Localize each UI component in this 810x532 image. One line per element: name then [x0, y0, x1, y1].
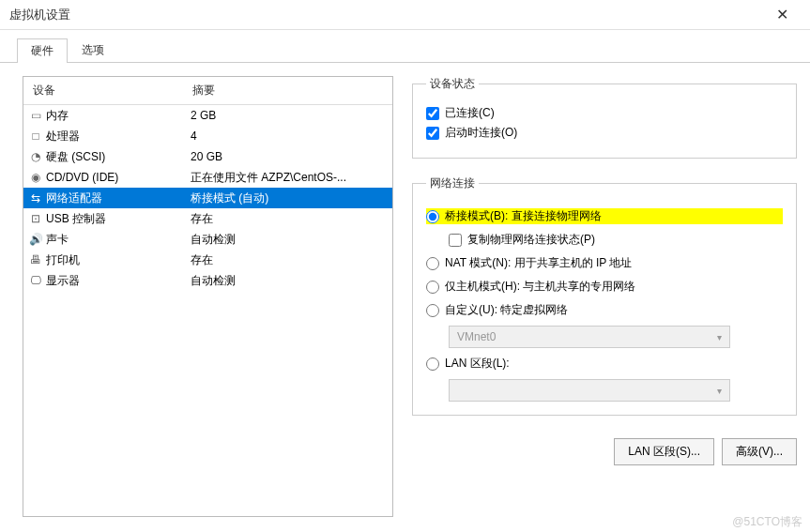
tab-options[interactable]: 选项 — [68, 38, 118, 62]
window-title: 虚拟机设置 — [9, 7, 763, 23]
button-row: LAN 区段(S)... 高级(V)... — [412, 438, 797, 465]
list-item[interactable]: □ 处理器 4 — [23, 126, 392, 146]
close-icon[interactable]: ✕ — [763, 1, 801, 29]
display-icon: 🖵 — [23, 274, 42, 287]
connected-checkbox-row[interactable]: 已连接(C) — [426, 105, 783, 121]
device-list-panel: 设备 摘要 ▭ 内存 2 GB □ 处理器 4 ◔ 硬盘 (SCSI) 20 G… — [23, 76, 393, 517]
device-status-legend: 设备状态 — [426, 76, 479, 92]
hostonly-radio[interactable] — [426, 281, 439, 294]
list-item[interactable]: 🖵 显示器 自动检测 — [23, 270, 392, 291]
network-legend: 网络连接 — [426, 175, 479, 191]
chevron-down-icon: ▾ — [717, 386, 722, 396]
watermark: @51CTO博客 — [732, 514, 802, 530]
connect-poweron-checkbox-row[interactable]: 启动时连接(O) — [426, 125, 783, 141]
list-item[interactable]: ⊡ USB 控制器 存在 — [23, 208, 392, 229]
connect-poweron-checkbox[interactable] — [426, 127, 439, 140]
tab-bar: 硬件 选项 — [0, 30, 810, 63]
list-item[interactable]: 🖶 打印机 存在 — [23, 250, 392, 270]
list-item[interactable]: ⇆ 网络适配器 桥接模式 (自动) — [23, 188, 392, 208]
cd-icon: ◉ — [23, 171, 42, 184]
lansegment-radio-row[interactable]: LAN 区段(L): — [426, 356, 783, 372]
hostonly-radio-row[interactable]: 仅主机模式(H): 与主机共享的专用网络 — [426, 279, 783, 295]
printer-icon: 🖶 — [23, 253, 42, 266]
chevron-down-icon: ▾ — [717, 332, 722, 342]
lan-segments-button[interactable]: LAN 区段(S)... — [614, 438, 714, 465]
content-area: 设备 摘要 ▭ 内存 2 GB □ 处理器 4 ◔ 硬盘 (SCSI) 20 G… — [0, 63, 810, 526]
custom-network-select: VMnet0 ▾ — [449, 326, 730, 348]
nat-radio-row[interactable]: NAT 模式(N): 用于共享主机的 IP 地址 — [426, 255, 783, 271]
titlebar: 虚拟机设置 ✕ — [0, 0, 810, 30]
bridged-radio[interactable] — [426, 210, 439, 223]
network-icon: ⇆ — [23, 191, 42, 205]
lan-segment-select: ▾ — [449, 379, 730, 402]
custom-radio[interactable] — [426, 304, 439, 317]
usb-icon: ⊡ — [23, 212, 42, 225]
list-item[interactable]: ◉ CD/DVD (IDE) 正在使用文件 AZPZ\CentOS-... — [23, 167, 392, 188]
device-status-group: 设备状态 已连接(C) 启动时连接(O) — [412, 76, 797, 159]
device-list: ▭ 内存 2 GB □ 处理器 4 ◔ 硬盘 (SCSI) 20 GB ◉ CD… — [23, 105, 392, 291]
custom-radio-row[interactable]: 自定义(U): 特定虚拟网络 — [426, 302, 783, 318]
network-connection-group: 网络连接 桥接模式(B): 直接连接物理网络 复制物理网络连接状态(P) NAT… — [412, 175, 797, 416]
nat-radio[interactable] — [426, 257, 439, 270]
header-summary: 摘要 — [183, 77, 392, 104]
list-item[interactable]: ▭ 内存 2 GB — [23, 105, 392, 126]
memory-icon: ▭ — [23, 109, 42, 122]
replicate-checkbox-row[interactable]: 复制物理网络连接状态(P) — [449, 232, 783, 248]
list-item[interactable]: ◔ 硬盘 (SCSI) 20 GB — [23, 146, 392, 167]
lansegment-radio[interactable] — [426, 357, 439, 371]
advanced-button[interactable]: 高级(V)... — [722, 438, 797, 465]
settings-panel: 设备状态 已连接(C) 启动时连接(O) 网络连接 桥接模式(B): 直接连接物… — [412, 76, 797, 517]
replicate-checkbox[interactable] — [449, 234, 462, 247]
header-device: 设备 — [23, 77, 183, 104]
sound-icon: 🔊 — [23, 233, 42, 246]
list-header: 设备 摘要 — [23, 77, 392, 105]
disk-icon: ◔ — [23, 150, 42, 163]
list-item[interactable]: 🔊 声卡 自动检测 — [23, 229, 392, 250]
tab-hardware[interactable]: 硬件 — [17, 38, 68, 63]
bridged-radio-row[interactable]: 桥接模式(B): 直接连接物理网络 — [426, 208, 783, 224]
connected-checkbox[interactable] — [426, 107, 439, 120]
cpu-icon: □ — [23, 129, 42, 143]
